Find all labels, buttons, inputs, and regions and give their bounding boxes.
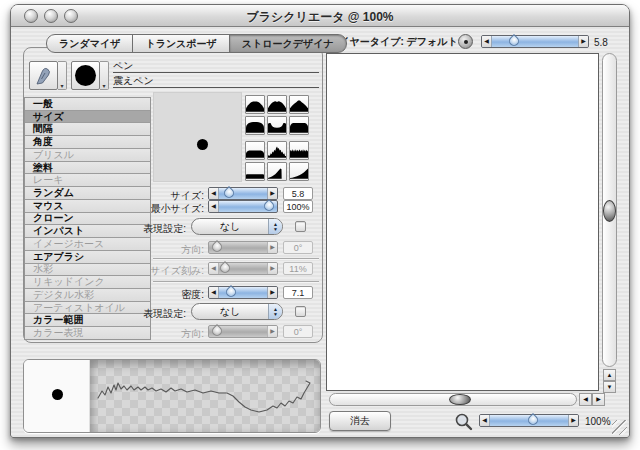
size-value: 5.8 [283,187,313,200]
stroke-size-value: 5.8 [594,37,608,48]
dab-dot [197,139,208,150]
slider-right-arrow-icon[interactable]: ▶ [578,36,588,47]
test-canvas[interactable] [326,53,599,391]
tab-transposer[interactable]: トランスポーザ [132,34,229,53]
min-size-slider[interactable]: ◀ [208,200,278,213]
round-brush-dot-icon [75,65,96,86]
tool-variant-name: 震えペン [113,74,154,88]
tip-shape-12-icon[interactable] [289,162,309,181]
tip-shape-6-icon[interactable] [289,116,309,135]
density-label: 密度: [104,288,204,302]
size-step-slider: ◀ ▶ [208,262,278,275]
direction-slider: ▶ [208,241,278,254]
divider [153,258,319,259]
horizontal-scrollbar[interactable] [329,393,577,406]
tool-pen-button[interactable] [29,61,58,90]
expression-label: 表現設定: [86,307,186,321]
canvas-zoom-value: 100% [585,416,611,427]
resize-grip[interactable] [612,420,627,435]
slider-left-arrow-icon[interactable]: ◀ [480,415,490,426]
brush-shape-dropdown[interactable]: ▾ [100,61,109,90]
slider-thumb[interactable] [222,186,236,200]
tip-shape-4-icon[interactable] [245,116,265,135]
scroll-right-arrow-icon[interactable]: ▶ [592,393,605,406]
brush-shape-button[interactable] [71,61,100,90]
stroke-size-slider[interactable]: ◀ ▶ [481,35,589,48]
sidebar-item-paint[interactable]: 塗料 [25,162,150,175]
slider-right-arrow-icon[interactable]: ▶ [267,188,277,199]
expression-checkbox[interactable] [295,221,306,232]
screenshot-stage: ブラシクリエータ @ 100% ランダマイザ トランスポーザ ストロークデザイナ… [0,0,640,450]
min-size-label: 最小サイズ: [104,202,204,216]
vertical-scrollbar[interactable] [602,53,617,367]
direction-value: 0° [283,325,313,338]
expression-dropdown[interactable]: なし ▲▼ [191,218,283,235]
updown-stepper-icon[interactable]: ▲▼ [268,219,282,234]
slider-right-arrow-icon[interactable]: ▶ [568,415,578,426]
density-value: 7.1 [283,286,313,299]
dab-preview [153,92,242,182]
title-bar[interactable]: ブラシクリエータ @ 100% [11,5,629,27]
slider-left-arrow-icon[interactable]: ◀ [482,36,492,47]
stroke-sample-line [90,360,321,433]
sidebar-item-general[interactable]: 一般 [25,98,150,111]
scroll-left-arrow-icon[interactable]: ◀ [579,393,592,406]
direction-slider: ▶ [208,325,278,338]
tip-shape-grid-bottom [245,141,309,181]
scroll-up-arrow-icon[interactable]: ▲ [603,369,616,381]
slider-right-arrow-icon[interactable]: ▶ [267,287,277,298]
tip-shape-2-icon[interactable] [267,95,287,114]
layer-type-label: レイヤータイプ: デフォルト [329,35,458,49]
brush-creator-window: ブラシクリエータ @ 100% ランダマイザ トランスポーザ ストロークデザイナ… [10,4,630,438]
tool-name: ペン [113,59,133,73]
sidebar-item-angle[interactable]: 角度 [25,136,150,149]
tip-shape-5-icon[interactable] [267,116,287,135]
tool-pen-dropdown[interactable]: ▾ [58,61,67,90]
tip-shape-11-icon[interactable] [267,162,287,181]
tip-shape-8-icon[interactable] [267,141,287,160]
direction-label: 方向: [104,327,204,341]
size-label: サイズ: [104,189,204,203]
stroke-dab-swatch [24,360,90,432]
updown-stepper-icon[interactable]: ▲▼ [268,304,282,319]
slider-thumb[interactable] [224,285,238,299]
sidebar-item-size[interactable]: サイズ [25,111,150,124]
divider [113,72,319,73]
slider-left-arrow-icon[interactable]: ◀ [209,201,219,212]
scroll-down-arrow-icon[interactable]: ▼ [603,381,616,393]
transparency-checkerboard [90,360,320,432]
tab-bar: ランダマイザ トランスポーザ ストロークデザイナ [46,34,347,53]
divider [113,87,319,88]
expression-label: 表現設定: [86,222,186,236]
tip-shape-7-icon[interactable] [245,141,265,160]
slider-left-arrow-icon[interactable]: ◀ [209,188,219,199]
slider-thumb[interactable] [507,34,521,48]
slider-thumb[interactable] [262,199,276,213]
magnifier-icon [454,412,474,432]
tab-randomizer[interactable]: ランダマイザ [46,34,133,53]
layer-option-button[interactable] [458,34,473,49]
sidebar-item-spacing[interactable]: 間隔 [25,123,150,136]
tip-shape-1-icon[interactable] [245,95,265,114]
tab-stroke-designer[interactable]: ストロークデザイナ [229,34,347,53]
horizontal-scroll-thumb[interactable] [449,394,471,405]
sidebar-item-bristle: ブリスル [25,149,150,162]
size-step-label: サイズ刻み: [104,264,204,278]
canvas-zoom-slider[interactable]: ◀ ▶ [479,414,579,427]
window-title: ブラシクリエータ @ 100% [11,9,629,26]
tip-shape-10-icon[interactable] [245,162,265,181]
size-slider[interactable]: ◀ ▶ [208,187,278,200]
slider-thumb[interactable] [526,413,540,427]
tip-shape-3-icon[interactable] [289,95,309,114]
expression-checkbox[interactable] [295,306,306,317]
density-slider[interactable]: ◀ ▶ [208,286,278,299]
vertical-scroll-thumb[interactable] [603,200,616,222]
slider-left-arrow-icon[interactable]: ◀ [209,287,219,298]
dab-dot [52,389,63,400]
sidebar-item-rake: レーキ [25,174,150,187]
clear-button[interactable]: 消去 [329,411,391,431]
tip-shape-9-icon[interactable] [289,141,309,160]
tip-shape-grid-top [245,95,309,135]
expression-dropdown[interactable]: なし ▲▼ [191,303,283,320]
size-step-value: 11% [283,262,313,275]
